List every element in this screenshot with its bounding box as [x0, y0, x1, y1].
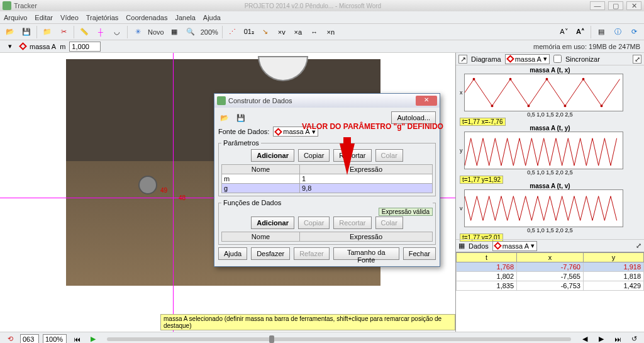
multiply-icon[interactable]: ×n — [325, 26, 337, 38]
param-col-expr: Expressão — [300, 165, 433, 174]
table-track-name: massa A — [502, 242, 529, 250]
zoom-value[interactable]: 200% — [201, 28, 218, 36]
plot-view-menu-icon[interactable]: ↗ — [458, 55, 467, 64]
info-icon[interactable]: ⓘ — [611, 26, 624, 38]
skip-back-icon[interactable]: ⏮ — [70, 333, 83, 344]
param-row-m[interactable]: m1 — [222, 174, 433, 184]
loop-icon[interactable]: ↺ — [628, 333, 640, 344]
maximize-plots-icon[interactable]: ⤢ — [633, 55, 641, 64]
data-table[interactable]: t x y 1,768 -7,760 1,918 1,802 -7,565 1,… — [456, 252, 644, 332]
background-window-title: PROJETO 2014 v2.0 Pêndulo... - Microsoft… — [37, 3, 589, 9]
track-dropdown-icon[interactable]: ▾ — [4, 40, 16, 53]
table-view-menu-icon[interactable]: ▦ — [458, 242, 465, 250]
pendulum-object — [138, 176, 157, 194]
step-fwd-icon[interactable]: ▶ — [595, 333, 608, 344]
new-track-label[interactable]: Novo — [148, 28, 164, 36]
axes-icon[interactable]: ┼ — [94, 26, 107, 38]
plot-y-title: massa A (t, y) — [460, 125, 640, 132]
play-icon[interactable]: ▶ — [87, 333, 99, 344]
svg-point-1 — [491, 104, 493, 107]
stretch-icon[interactable]: ↔ — [308, 26, 321, 38]
frame-marker-49[interactable]: 49 — [160, 187, 167, 194]
reset-icon[interactable]: ⟲ — [4, 333, 16, 344]
frame-input[interactable] — [20, 334, 39, 344]
svg-point-6 — [582, 78, 584, 81]
maximize-button[interactable]: ▢ — [608, 1, 623, 10]
func-paste-button[interactable]: Colar — [375, 216, 403, 229]
menu-editar[interactable]: Editar — [35, 14, 53, 21]
notes-icon[interactable]: ▤ — [595, 26, 608, 38]
redo-button[interactable]: Refazer — [294, 247, 330, 260]
col-t[interactable]: t — [457, 253, 517, 262]
refresh-icon[interactable]: ⟳ — [628, 26, 640, 38]
table-row[interactable]: 1,768 -7,760 1,918 — [457, 262, 644, 272]
func-copy-button[interactable]: Copiar — [298, 216, 330, 229]
new-track-icon[interactable]: ✳ — [131, 26, 144, 38]
menu-coordenadas[interactable]: Coordenadas — [126, 14, 167, 21]
dialog-close-icon[interactable]: ✕ — [416, 96, 437, 106]
menu-janela[interactable]: Janela — [175, 14, 195, 21]
path-icon[interactable]: ↘ — [259, 26, 272, 38]
plot-track-select[interactable]: massa A ▾ — [505, 54, 550, 64]
help-button[interactable]: Ajuda — [218, 247, 247, 260]
data-label[interactable]: Dados — [469, 242, 489, 250]
table-row[interactable]: 1,802 -7,565 1,818 — [457, 272, 644, 281]
svg-point-2 — [509, 78, 511, 81]
track-control-icon[interactable]: ▦ — [168, 26, 180, 38]
open-icon[interactable]: 📂 — [4, 26, 16, 38]
step-back-icon[interactable]: ◀ — [579, 333, 591, 344]
track-name[interactable]: massa A — [30, 43, 56, 50]
table-track-select[interactable]: massa A ▾ — [492, 241, 537, 251]
parameters-table[interactable]: NomeExpressão m1 g9,8 — [221, 164, 433, 193]
plot-x[interactable]: massa A (t, x) x 0,5 1,0 1,5 2,0 2,5 t=1… — [456, 65, 644, 123]
param-paste-button[interactable]: Colar — [375, 149, 403, 162]
col-y[interactable]: y — [583, 253, 643, 262]
undo-button[interactable]: Desfazer — [251, 247, 290, 260]
diagram-label[interactable]: Diagrama — [471, 55, 501, 63]
clip-icon[interactable]: ✂ — [57, 26, 70, 38]
functions-table[interactable]: NomeExpressão — [221, 232, 433, 242]
trails-icon[interactable]: ⋰ — [226, 26, 239, 38]
param-copy-button[interactable]: Copiar — [298, 149, 330, 162]
calibration-icon[interactable]: 📏 — [78, 26, 91, 38]
menu-video[interactable]: Vídeo — [60, 14, 79, 21]
plot-v[interactable]: massa A (t, v) v 0,5 1,0 1,5 2,0 2,5 t=1… — [456, 181, 644, 239]
open-video-icon[interactable]: 📁 — [41, 26, 53, 38]
close-window-button[interactable]: ✕ — [626, 1, 641, 10]
frame-marker-48[interactable]: 48 — [179, 194, 186, 201]
dialog-titlebar[interactable]: Construtor de Dados ✕ — [214, 94, 440, 108]
font-larger-icon[interactable]: A˄ — [574, 26, 587, 38]
dialog-save-icon[interactable]: 💾 — [235, 111, 247, 124]
svg-point-0 — [472, 78, 475, 81]
sync-checkbox[interactable] — [553, 55, 562, 63]
plot-y[interactable]: massa A (t, y) y 0,5 1,0 1,5 2,0 2,5 t=1… — [456, 123, 644, 181]
axis-y[interactable] — [173, 53, 174, 332]
save-icon[interactable]: 💾 — [20, 26, 33, 38]
param-add-button[interactable]: Adicionar — [251, 149, 294, 162]
table-row[interactable]: 1,835 -6,753 1,429 — [457, 281, 644, 291]
func-cut-button[interactable]: Recortar — [333, 216, 371, 229]
menu-ajuda[interactable]: Ajuda — [203, 14, 221, 21]
maximize-table-icon[interactable]: ⤢ — [636, 242, 641, 250]
labels-icon[interactable]: 01₂ — [243, 26, 255, 38]
velocity-icon[interactable]: ×v — [275, 26, 288, 38]
col-x[interactable]: x — [517, 253, 584, 262]
data-builder-dialog: Construtor de Dados ✕ 📂 💾 Autoload... Fo… — [214, 93, 440, 267]
font-smaller-icon[interactable]: A˅ — [558, 26, 570, 38]
accel-icon[interactable]: ×a — [292, 26, 304, 38]
protractor-icon[interactable]: ◡ — [111, 26, 123, 38]
dialog-open-icon[interactable]: 📂 — [218, 111, 231, 124]
annotation-arrowhead — [340, 143, 355, 175]
menu-trajetorias[interactable]: Trajetórias — [86, 14, 119, 21]
minimize-button[interactable]: — — [590, 1, 605, 10]
func-add-button[interactable]: Adicionar — [251, 216, 294, 229]
playback-slider[interactable] — [107, 337, 571, 341]
skip-fwd-icon[interactable]: ⏭ — [611, 333, 624, 344]
menu-arquivo[interactable]: Arquivo — [4, 14, 27, 21]
mass-input[interactable] — [69, 42, 101, 52]
zoom-icon[interactable]: 🔍 — [184, 26, 197, 38]
close-button[interactable]: Fechar — [403, 247, 436, 260]
font-size-button[interactable]: Tamanho da Fonte — [333, 247, 399, 260]
rate-input[interactable] — [43, 334, 67, 344]
param-row-g[interactable]: g9,8 — [222, 184, 433, 193]
